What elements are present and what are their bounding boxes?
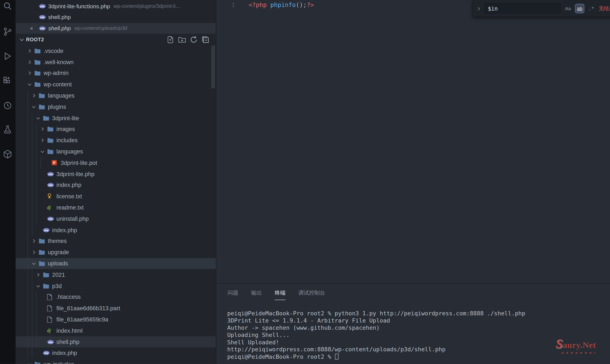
tree-folder-2021[interactable]: 2021: [15, 269, 216, 280]
tree-folder-p3d[interactable]: p3d: [15, 280, 216, 292]
open-editor-shell.php[interactable]: phpshell.php: [15, 12, 216, 23]
run-debug-icon[interactable]: [2, 51, 13, 62]
folder-icon: [42, 271, 51, 278]
tree-folder-languages[interactable]: languages: [15, 146, 216, 157]
chevron-slot: [39, 182, 46, 188]
search-icon[interactable]: [2, 1, 13, 12]
indent-guide: [32, 213, 32, 224]
source-control-icon[interactable]: [2, 26, 13, 37]
panel-tab-终端[interactable]: 终端: [275, 285, 285, 300]
tree-file-index.php[interactable]: phpindex.php: [15, 180, 216, 191]
new-folder-icon[interactable]: [178, 36, 186, 44]
bottom-panel: 问题输出终端调试控制台 peiqi@PeideMacBook-Pro root2…: [217, 283, 610, 364]
tree-file-3dprint-lite.php[interactable]: php3dprint-lite.php: [15, 169, 216, 180]
refresh-icon[interactable]: [190, 36, 198, 44]
match-case-toggle[interactable]: Aa: [564, 4, 572, 13]
find-widget: $in Aa ab .* 无结果: [473, 0, 610, 17]
close-icon[interactable]: ×: [30, 26, 39, 31]
tree-file-file_61aae95659c9a[interactable]: file_61aae95659c9a: [15, 314, 216, 325]
terminal-line: 3DPrint Lite <= 1.9.1.4 - Arbitrary File…: [227, 317, 610, 324]
tree-folder-images[interactable]: images: [15, 124, 216, 135]
indent-guide: [32, 146, 32, 157]
panel-tab-问题[interactable]: 问题: [228, 285, 238, 300]
whole-word-toggle[interactable]: ab: [575, 4, 584, 13]
php-icon: php: [46, 182, 56, 189]
tree-folder-themes[interactable]: themes: [15, 235, 216, 247]
tree-folder-wp-admin[interactable]: wp-admin: [15, 68, 216, 79]
regex-toggle[interactable]: .*: [587, 4, 596, 13]
indent-guide: [36, 336, 37, 348]
tree-file-uninstall.php[interactable]: phpuninstall.php: [15, 213, 216, 224]
indent-guide: [27, 235, 28, 247]
tree-file-shell.php[interactable]: phpshell.php: [15, 336, 216, 348]
sidebar-scrollbar[interactable]: [211, 46, 215, 88]
panel-tab-输出[interactable]: 输出: [251, 285, 262, 300]
tree-file-file_61aae6d66b313.part[interactable]: file_61aae6d66b313.part: [15, 303, 216, 314]
tree-file-.htaccess[interactable]: .htaccess: [15, 292, 216, 303]
file-icon: [46, 316, 56, 323]
editor-area[interactable]: 1 <?php phpinfo();?> $in Aa ab .* 无结果: [217, 0, 610, 283]
indent-guide: [36, 314, 37, 325]
tree-file-3dprint-lite.pot[interactable]: P3dprint-lite.pot: [15, 157, 216, 169]
indent-guide: [36, 169, 37, 180]
indent-guide: [27, 146, 28, 157]
chevron-slot: [43, 160, 51, 166]
tree-item-label: wp-includes: [44, 361, 74, 364]
chevron-slot: [39, 328, 46, 334]
tree-folder-wp-content[interactable]: wp-content: [15, 79, 216, 90]
history-icon[interactable]: [2, 100, 13, 111]
indent-guide: [27, 90, 28, 101]
code-line[interactable]: <?php phpinfo();?>: [249, 1, 314, 9]
tree-item-label: .htaccess: [56, 294, 81, 300]
tree-item-label: index.html: [56, 328, 83, 334]
indent-guide: [27, 191, 28, 202]
tree-folder-.vscode[interactable]: .vscode: [15, 45, 216, 56]
pot-icon: P: [51, 159, 60, 166]
tree-item-label: uploads: [48, 260, 68, 267]
workspace-root-label: ROOT2: [26, 37, 44, 42]
tree-folder-upgrade[interactable]: upgrade: [15, 247, 216, 258]
tree-item-label: 3dprint-lite: [52, 115, 79, 121]
toggle-replace-icon[interactable]: [476, 6, 481, 11]
open-editor-shell.php[interactable]: ×phpshell.phpwp-content/uploads/p3d: [15, 23, 216, 34]
folder-icon: [42, 283, 51, 289]
tree-file-license.txt[interactable]: license.txt: [15, 191, 216, 202]
explorer-section-header[interactable]: ROOT2: [15, 34, 216, 45]
find-input[interactable]: $in: [484, 3, 561, 14]
chevron-right-icon: [30, 92, 38, 99]
chevron-slot: [39, 193, 46, 199]
new-file-icon[interactable]: [166, 36, 174, 44]
tree-folder-.well-known[interactable]: .well-known: [15, 56, 216, 68]
chevron-down-icon: [26, 81, 33, 87]
tree-file-index.html[interactable]: djindex.html: [15, 325, 216, 336]
tree-item-label: index.php: [52, 350, 77, 356]
test-beaker-icon[interactable]: [2, 124, 13, 135]
open-editor-3dprint-lite-functions.php[interactable]: php3dprint-lite-functions.phpwp-content/…: [15, 1, 216, 12]
tree-folder-3dprint-lite[interactable]: 3dprint-lite: [15, 112, 216, 124]
tree-file-readme.txt[interactable]: djreadme.txt: [15, 202, 216, 213]
chevron-down-icon: [30, 104, 38, 110]
chevron-right-icon: [34, 272, 42, 278]
indent-guide: [27, 202, 28, 213]
tree-folder-includes[interactable]: includes: [15, 135, 216, 146]
chevron-slot: [39, 171, 46, 177]
tree-folder-uploads[interactable]: uploads: [15, 258, 216, 269]
collapse-all-icon[interactable]: [202, 36, 209, 44]
indent-guide: [27, 303, 28, 314]
terminal-line: Uploading Shell...: [227, 332, 610, 339]
tree-file-index.php[interactable]: phpindex.php: [15, 224, 216, 235]
tree-folder-plugins[interactable]: plugins: [15, 101, 216, 112]
indent-guide: [36, 213, 37, 224]
panel-tab-调试控制台[interactable]: 调试控制台: [298, 285, 325, 300]
package-icon[interactable]: [2, 149, 13, 159]
dj-icon: dj: [46, 204, 56, 211]
terminal[interactable]: peiqi@PeideMacBook-Pro root2 % python3 1…: [217, 301, 610, 360]
chevron-right-icon: [30, 238, 38, 244]
tree-file-index.php[interactable]: phpindex.php: [15, 348, 216, 359]
tree-folder-wp-includes[interactable]: wp-includes: [15, 359, 216, 364]
chevron-slot: [34, 227, 42, 233]
tree-folder-languages[interactable]: languages: [15, 90, 216, 101]
extensions-icon[interactable]: [2, 75, 13, 86]
tree-item-label: p3d: [52, 283, 62, 289]
chevron-down-icon: [30, 260, 38, 267]
